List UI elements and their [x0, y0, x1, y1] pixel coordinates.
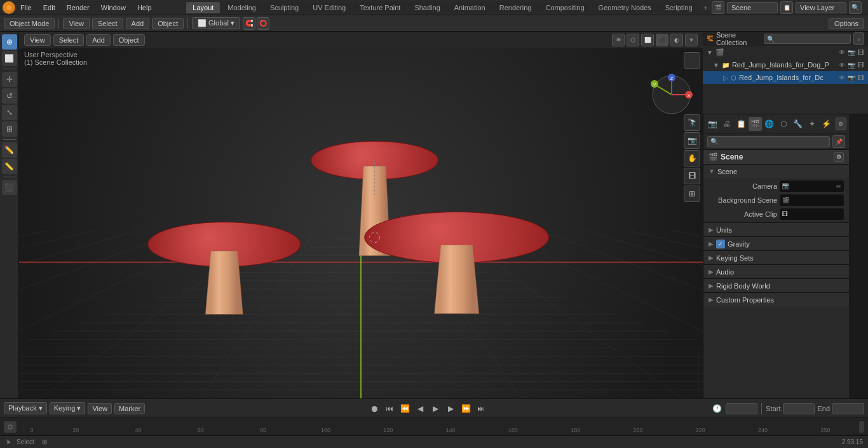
tl-sync-icon[interactable]: 🕐 [710, 402, 723, 415]
view-layer-selector[interactable]: View Layer [796, 2, 846, 13]
scale-tool[interactable]: ⤡ [2, 105, 17, 120]
tab-rendering[interactable]: Rendering [493, 2, 538, 13]
col-render-icon[interactable]: 🎞 [858, 62, 864, 69]
scene-section-header[interactable]: ▼ Scene [703, 164, 849, 178]
vp-movie-clip[interactable]: 🎞 [684, 168, 700, 184]
prop-icon-output[interactable]: 🖨 [720, 117, 733, 131]
proportional-icon[interactable]: ⭕ [257, 17, 269, 30]
tab-geometry-nodes[interactable]: Geometry Nodes [592, 2, 658, 13]
menu-file[interactable]: File [15, 3, 37, 13]
prop-icon-world[interactable]: 🌐 [763, 117, 776, 131]
transform-selector[interactable]: ⬜ Global ▾ [192, 17, 240, 29]
tl-end-input[interactable]: 250 [832, 403, 864, 414]
select-menu[interactable]: Select [92, 18, 123, 29]
menu-render[interactable]: Render [62, 3, 95, 13]
mode-selector[interactable]: Object Mode [4, 18, 55, 29]
custom-props-header[interactable]: ▶ Custom Properties [703, 292, 849, 306]
tab-animation[interactable]: Animation [448, 2, 492, 13]
vp-camera-view[interactable]: 📷 [684, 132, 700, 149]
gravity-section-header[interactable]: ▶ ✓ Gravity [703, 236, 849, 250]
gravity-checkbox[interactable]: ✓ [716, 240, 725, 248]
tab-compositing[interactable]: Compositing [539, 2, 590, 13]
viewport-overlay-icon[interactable]: ⬡ [627, 34, 639, 46]
outliner-object-item[interactable]: ▷ ⬡ Red_Jump_Islands_for_Dc 👁 📷 🎞 [703, 71, 868, 84]
tl-keying-btn[interactable]: Keying ▾ [50, 402, 86, 414]
keying-sets-header[interactable]: ▶ Keying Sets [703, 250, 849, 264]
vp-add-menu[interactable]: Add [86, 34, 111, 46]
tab-modeling[interactable]: Modeling [221, 2, 262, 13]
viewport-mode-icon[interactable]: 👁 [612, 34, 625, 46]
outliner-item-scene[interactable]: ▼ 🎬 👁 📷 🎞 [703, 46, 868, 58]
menu-edit[interactable]: Edit [38, 3, 60, 13]
viewport-shading-solid[interactable]: ⬛ [656, 34, 668, 46]
vp-object-menu[interactable]: Object [113, 34, 145, 46]
clip-value[interactable]: 🎞 [780, 208, 844, 220]
add-cube-tool[interactable]: ⬛ [2, 180, 17, 195]
tl-start-input[interactable]: 1 [783, 403, 815, 414]
tl-frame-input[interactable]: 1 [726, 403, 757, 414]
move-tool[interactable]: ✛ [2, 72, 17, 87]
viewport-shading-wire[interactable]: ⬜ [641, 34, 654, 46]
tl-skip-start-btn[interactable]: ⏮ [383, 402, 396, 415]
units-section-header[interactable]: ▶ Units [703, 222, 849, 236]
scene-render-icon[interactable]: 🎞 [858, 49, 864, 56]
cursor-tool[interactable]: ⊕ [2, 34, 17, 50]
tl-playback-btn[interactable]: Playback ▾ [4, 402, 47, 414]
add-menu[interactable]: Add [126, 18, 150, 29]
scrubber-track[interactable]: 0 20 40 60 80 100 120 140 160 180 200 22… [19, 421, 857, 433]
select-box-tool[interactable]: ⬜ [2, 51, 17, 66]
annotate-tool[interactable]: ✏️ [2, 142, 17, 158]
obj-render-icon[interactable]: 🎞 [858, 74, 864, 81]
transform-tool[interactable]: ⊞ [2, 121, 17, 137]
frame-type-icon[interactable]: ⬡ [4, 421, 17, 433]
outliner-collection-root[interactable]: ▼ 📁 Red_Jump_Islands_for_Dog_P 👁 📷 🎞 [703, 58, 868, 71]
tl-next-frame-btn[interactable]: ⏩ [459, 402, 472, 415]
measure-tool[interactable]: 📏 [2, 159, 17, 174]
options-btn[interactable]: Options [829, 18, 864, 29]
tl-play-btn[interactable]: ▶ [429, 402, 442, 415]
tl-skip-end-btn[interactable]: ⏭ [475, 402, 487, 415]
prop-icon-scene[interactable]: 🎬 [749, 117, 761, 131]
camera-edit-icon[interactable]: ✏ [836, 183, 841, 190]
prop-icon-physics[interactable]: ⚡ [820, 117, 832, 131]
vp-grid[interactable]: ⊞ [684, 186, 700, 202]
prop-icon-render[interactable]: 📷 [706, 117, 719, 131]
menu-window[interactable]: Window [96, 3, 131, 13]
tab-uv-editing[interactable]: UV Editing [306, 2, 352, 13]
object-menu[interactable]: Object [152, 18, 184, 29]
tab-scripting[interactable]: Scripting [659, 2, 699, 13]
prop-search-input[interactable] [707, 136, 830, 147]
prop-pin-icon[interactable]: 📌 [832, 135, 845, 148]
scene-cam-icon[interactable]: 📷 [848, 49, 855, 56]
timeline-scrubber[interactable]: ⬡ 0 20 40 60 80 100 120 140 160 180 200 … [0, 417, 868, 435]
scene-selector[interactable]: Scene [727, 2, 778, 13]
tl-prev-frame-btn[interactable]: ⏪ [398, 402, 411, 415]
rigid-body-header[interactable]: ▶ Rigid Body World [703, 278, 849, 292]
tl-prev-keyframe-btn[interactable]: ◀ [414, 402, 426, 415]
search-icon[interactable]: 🔍 [849, 1, 862, 14]
background-value[interactable]: 🎬 [780, 194, 844, 206]
prop-settings-icon[interactable]: ⚙ [836, 118, 846, 130]
rotate-tool[interactable]: ↺ [2, 88, 17, 104]
scrubber-scrollbar[interactable] [859, 421, 864, 433]
view-menu[interactable]: View [63, 18, 90, 29]
tl-record-btn[interactable]: ⏺ [368, 402, 381, 415]
add-workspace-button[interactable]: + [700, 3, 712, 13]
prop-icon-particles[interactable]: ✦ [806, 117, 818, 131]
viewport-shading-material[interactable]: ◐ [670, 34, 683, 46]
vp-nav-gizmo[interactable]: X Y Z [684, 52, 700, 69]
tl-marker-btn[interactable]: Marker [114, 403, 145, 414]
tab-texture-paint[interactable]: Texture Paint [353, 2, 407, 13]
prop-icon-modifier[interactable]: 🔧 [791, 117, 804, 131]
menu-help[interactable]: Help [132, 3, 157, 13]
scene-canvas[interactable] [19, 48, 703, 398]
obj-eye-icon[interactable]: 👁 [839, 74, 845, 81]
obj-cam-icon[interactable]: 📷 [848, 74, 855, 81]
scene-eye-icon[interactable]: 👁 [839, 49, 845, 56]
snap-icon[interactable]: 🧲 [243, 17, 255, 30]
scene-icon-btn[interactable]: 🎬 [712, 1, 724, 14]
viewport-shading-render[interactable]: ☀ [685, 34, 698, 46]
audio-section-header[interactable]: ▶ Audio [703, 264, 849, 278]
tl-next-keyframe-btn[interactable]: ▶ [444, 402, 457, 415]
tab-sculpting[interactable]: Sculpting [264, 2, 305, 13]
